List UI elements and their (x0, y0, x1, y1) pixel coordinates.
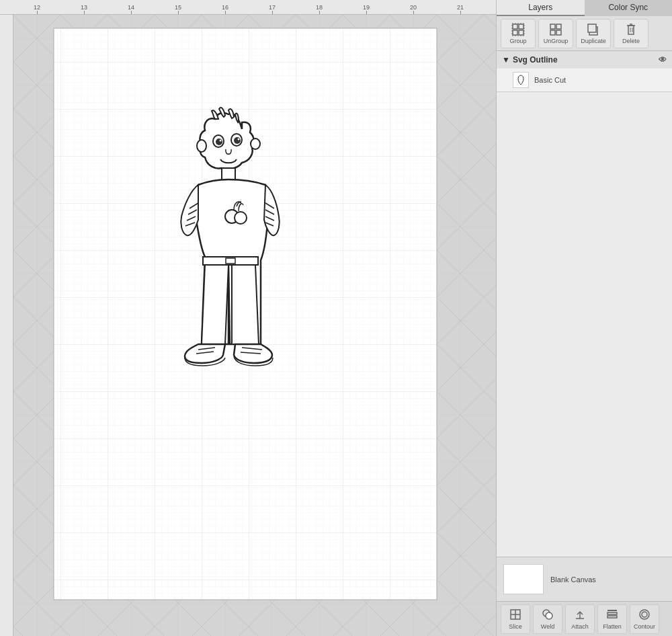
weld-icon (542, 608, 554, 622)
layers-panel[interactable]: ▼ Svg Outline 👁 Basic Cut (497, 51, 672, 557)
ruler-tick: 16 (202, 4, 249, 14)
svg-rect-50 (504, 565, 543, 594)
attach-icon (574, 608, 586, 622)
ruler-tick: 19 (343, 4, 390, 14)
svg-rect-41 (550, 30, 555, 35)
contour-icon (638, 608, 650, 622)
svg-rect-60 (607, 610, 617, 611)
tabs-bar: Layers Color Sync (497, 0, 672, 16)
ungroup-icon (549, 23, 562, 36)
ruler-tick: 15 (155, 4, 202, 14)
layer-group-name: Svg Outline (513, 55, 558, 65)
weld-button[interactable]: Weld (533, 604, 562, 634)
layer-thumbnail (513, 72, 529, 88)
flatten-button[interactable]: Flatten (597, 604, 627, 634)
svg-rect-58 (607, 612, 617, 614)
svg-point-62 (642, 612, 647, 617)
ruler-left (0, 15, 13, 636)
svg-rect-37 (519, 30, 523, 35)
ruler-tick: 17 (249, 4, 296, 14)
layer-item[interactable]: Basic Cut (497, 69, 672, 91)
collapse-arrow-icon: ▼ (502, 55, 510, 65)
svg-rect-40 (556, 24, 561, 29)
ruler-top: 12 13 14 15 16 17 18 19 20 21 (0, 0, 496, 15)
svg-point-13 (234, 137, 241, 144)
slice-button[interactable]: Slice (501, 604, 530, 634)
delete-icon (624, 23, 638, 36)
canvas-thumbnail (503, 564, 544, 594)
ruler-tick: 21 (437, 4, 484, 14)
right-panel: Layers Color Sync Group (496, 0, 672, 636)
ruler-tick: 20 (390, 4, 437, 14)
ruler-tick: 13 (60, 4, 108, 14)
svg-rect-39 (550, 24, 555, 29)
svg-rect-45 (628, 26, 634, 34)
svg-rect-38 (512, 24, 524, 36)
svg-rect-29 (226, 258, 235, 264)
bottom-toolbar: Slice Weld Attach (497, 601, 672, 636)
ruler-tick: 14 (108, 4, 155, 14)
svg-rect-42 (556, 30, 561, 35)
slice-icon (509, 608, 521, 622)
svg-rect-35 (519, 24, 523, 29)
duplicate-icon (587, 23, 600, 36)
tab-layers[interactable]: Layers (497, 0, 585, 16)
panel-toolbar: Group UnGroup Duplicate (497, 16, 672, 51)
group-icon (511, 23, 525, 36)
grid-svg (13, 15, 496, 636)
tab-color-sync[interactable]: Color Sync (585, 0, 673, 16)
contour-button[interactable]: Contour (630, 604, 659, 634)
svg-point-61 (640, 610, 649, 619)
svg-rect-34 (513, 24, 517, 29)
svg-point-27 (235, 212, 247, 224)
svg-point-55 (546, 612, 552, 619)
canvas-preview-label: Blank Canvas (550, 575, 596, 584)
ruler-tick: 18 (296, 4, 343, 14)
delete-button[interactable]: Delete (614, 19, 648, 48)
visibility-icon[interactable]: 👁 (659, 55, 667, 65)
ungroup-button[interactable]: UnGroup (538, 19, 573, 48)
flatten-icon (606, 608, 618, 622)
svg-point-11 (220, 140, 222, 142)
svg-rect-59 (607, 616, 617, 618)
attach-button[interactable]: Attach (565, 604, 595, 634)
group-button[interactable]: Group (501, 19, 536, 48)
canvas-preview: Blank Canvas (497, 557, 672, 601)
svg-rect-36 (513, 30, 517, 35)
svg-point-14 (238, 138, 240, 141)
duplicate-button[interactable]: Duplicate (576, 19, 611, 48)
canvas-area: 12 13 14 15 16 17 18 19 20 21 (0, 0, 496, 636)
svg-point-15 (197, 140, 206, 152)
layer-item-label: Basic Cut (534, 76, 566, 84)
layer-group: ▼ Svg Outline 👁 Basic Cut (497, 51, 672, 92)
ruler-tick: 12 (13, 4, 60, 14)
layer-group-header[interactable]: ▼ Svg Outline 👁 (497, 51, 672, 69)
canvas-content[interactable] (13, 15, 496, 636)
svg-rect-44 (588, 24, 596, 32)
svg-point-16 (251, 138, 260, 149)
svg-point-10 (216, 138, 222, 145)
